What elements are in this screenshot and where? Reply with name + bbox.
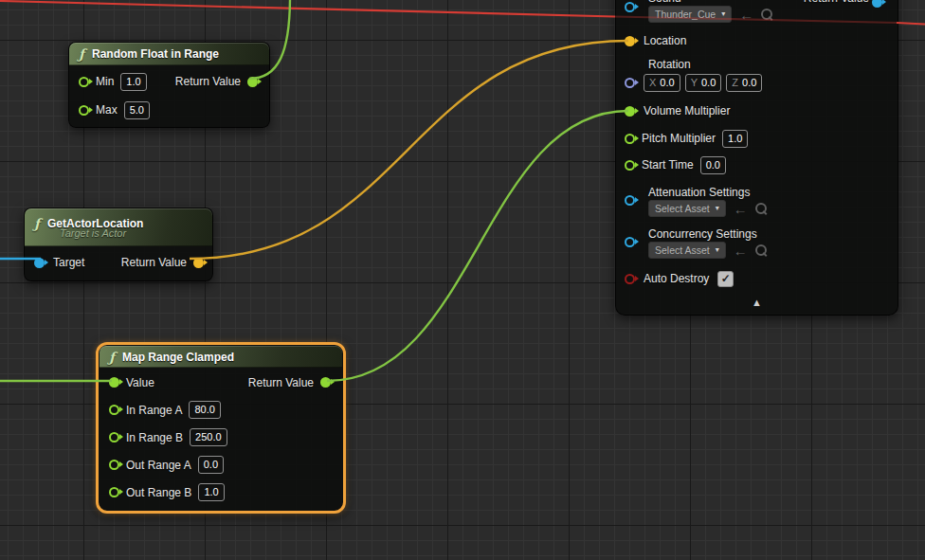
- auto-destroy-pin[interactable]: [625, 274, 635, 284]
- return-value-label: Return Value: [175, 75, 241, 88]
- auto-destroy-row: Auto Destroy ✓: [625, 264, 734, 293]
- use-selected-asset-icon[interactable]: ←: [739, 8, 753, 22]
- wire-red: [0, 1, 615, 17]
- function-icon: ƒ: [79, 47, 84, 61]
- rotation-y-input[interactable]: Y0.0: [685, 74, 722, 92]
- node-play-sound-at-location[interactable]: Sound Return Value Thunder_Cue ▾ ← Locat…: [615, 0, 898, 316]
- blueprint-graph-canvas[interactable]: ƒ Random Float in Range Min 1.0 Return V…: [0, 0, 925, 560]
- rotation-label-row: Rotation: [648, 57, 691, 72]
- browse-asset-icon[interactable]: [761, 9, 772, 20]
- in-range-b-pin[interactable]: [109, 432, 119, 443]
- return-value-label: Return Value: [121, 256, 187, 269]
- concurrency-asset-dropdown[interactable]: Select Asset ▾: [648, 242, 726, 259]
- volume-multiplier-row: Volume Multiplier: [625, 97, 730, 125]
- sound-asset-row: Thunder_Cue ▾ ←: [648, 6, 772, 23]
- start-time-label: Start Time: [642, 158, 694, 172]
- pitch-multiplier-input[interactable]: 1.0: [722, 130, 748, 148]
- concurrency-label-row: Concurrency Settings: [648, 226, 757, 242]
- target-pin[interactable]: [34, 258, 45, 268]
- location-row: Location: [625, 27, 686, 55]
- return-value-label: Return Value: [248, 376, 314, 389]
- pitch-multiplier-pin[interactable]: [625, 134, 635, 144]
- node-get-actor-location[interactable]: ƒ GetActorLocation Target is Actor Targe…: [24, 208, 213, 281]
- wire-volume: [327, 111, 628, 381]
- pin-row: Out Range B 1.0: [100, 479, 342, 506]
- min-label: Min: [96, 75, 114, 88]
- collapse-node-arrow[interactable]: ▲: [616, 298, 898, 308]
- chevron-down-icon: ▾: [716, 246, 719, 254]
- start-time-input[interactable]: 0.0: [700, 156, 726, 174]
- out-range-a-input[interactable]: 0.0: [198, 456, 224, 474]
- pin-row: In Range A 80.0: [100, 396, 342, 424]
- function-icon: ƒ: [109, 351, 115, 364]
- concurrency-asset-row: Select Asset ▾ ←: [648, 242, 767, 259]
- attenuation-settings-label: Attenuation Settings: [648, 186, 750, 199]
- attenuation-asset-row: Select Asset ▾ ←: [648, 200, 767, 217]
- location-label: Location: [644, 34, 686, 47]
- min-pin[interactable]: [79, 77, 89, 87]
- axis-x-label: X: [649, 77, 656, 88]
- node-subtitle: Target is Actor: [34, 227, 203, 239]
- return-value-pin[interactable]: [247, 77, 258, 87]
- chevron-down-icon: ▾: [716, 205, 719, 212]
- sound-label: Sound: [648, 0, 681, 5]
- attenuation-asset-dropdown[interactable]: Select Asset ▾: [648, 200, 726, 217]
- pin-row: Max 5.0: [69, 96, 269, 124]
- out-range-a-label: Out Range A: [126, 459, 191, 472]
- value-pin[interactable]: [109, 377, 119, 388]
- rotation-label: Rotation: [648, 58, 691, 71]
- concurrency-settings-pin[interactable]: [625, 237, 635, 247]
- return-value-pin[interactable]: [320, 377, 331, 388]
- start-time-pin[interactable]: [625, 160, 635, 171]
- axis-z-label: Z: [732, 77, 738, 88]
- in-range-b-input[interactable]: 250.0: [190, 428, 227, 446]
- out-range-b-pin[interactable]: [109, 487, 119, 497]
- out-range-b-label: Out Range B: [126, 486, 191, 499]
- node-random-float-in-range[interactable]: ƒ Random Float in Range Min 1.0 Return V…: [68, 42, 270, 128]
- pitch-multiplier-row: Pitch Multiplier 1.0: [625, 124, 748, 153]
- in-range-a-label: In Range A: [126, 404, 182, 417]
- return-value-pin[interactable]: [872, 0, 882, 8]
- location-pin[interactable]: [625, 36, 635, 46]
- in-range-a-pin[interactable]: [109, 405, 119, 415]
- attenuation-settings-pin[interactable]: [625, 195, 635, 206]
- in-range-b-label: In Range B: [126, 431, 183, 444]
- concurrency-settings-label: Concurrency Settings: [648, 227, 757, 241]
- out-range-b-input[interactable]: 1.0: [198, 483, 224, 501]
- target-label: Target: [53, 256, 84, 269]
- max-pin[interactable]: [79, 105, 89, 116]
- node-map-range-clamped[interactable]: ƒ Map Range Clamped Value Return Value I…: [96, 342, 346, 514]
- chevron-down-icon: ▾: [721, 10, 725, 18]
- concurrency-asset-value: Select Asset: [655, 244, 710, 256]
- max-value-input[interactable]: 5.0: [124, 101, 150, 119]
- auto-destroy-checkbox[interactable]: ✓: [717, 271, 734, 287]
- rotation-z-value: 0.0: [742, 77, 756, 88]
- pin-row: In Range B 250.0: [100, 424, 342, 451]
- node-title: Map Range Clamped: [122, 351, 234, 364]
- browse-asset-icon[interactable]: [755, 244, 767, 256]
- pin-row: Value Return Value: [100, 369, 342, 396]
- rotation-x-input[interactable]: X0.0: [644, 74, 680, 92]
- node-header[interactable]: ƒ Random Float in Range: [69, 43, 269, 65]
- out-range-a-pin[interactable]: [109, 460, 119, 470]
- rotation-z-input[interactable]: Z0.0: [726, 74, 762, 92]
- rotation-y-value: 0.0: [701, 77, 716, 88]
- check-icon: ✓: [721, 273, 731, 284]
- node-header[interactable]: ƒ Map Range Clamped: [100, 346, 342, 368]
- auto-destroy-label: Auto Destroy: [644, 272, 709, 285]
- volume-multiplier-label: Volume Multiplier: [644, 104, 730, 117]
- sound-asset-dropdown[interactable]: Thunder_Cue ▾: [648, 6, 732, 23]
- pin-row: Min 1.0 Return Value: [69, 67, 269, 96]
- sound-pin[interactable]: [625, 2, 635, 12]
- min-value-input[interactable]: 1.0: [120, 73, 146, 91]
- axis-y-label: Y: [691, 77, 698, 88]
- rotation-value-row: X0.0 Y0.0 Z0.0: [625, 74, 762, 92]
- in-range-a-input[interactable]: 80.0: [189, 401, 220, 419]
- rotation-pin[interactable]: [625, 78, 635, 88]
- volume-multiplier-pin[interactable]: [625, 106, 635, 117]
- browse-asset-icon[interactable]: [755, 203, 767, 214]
- node-header[interactable]: ƒ GetActorLocation Target is Actor: [25, 208, 212, 246]
- use-selected-asset-icon[interactable]: ←: [734, 244, 748, 258]
- return-value-pin[interactable]: [193, 258, 204, 268]
- use-selected-asset-icon[interactable]: ←: [734, 202, 748, 216]
